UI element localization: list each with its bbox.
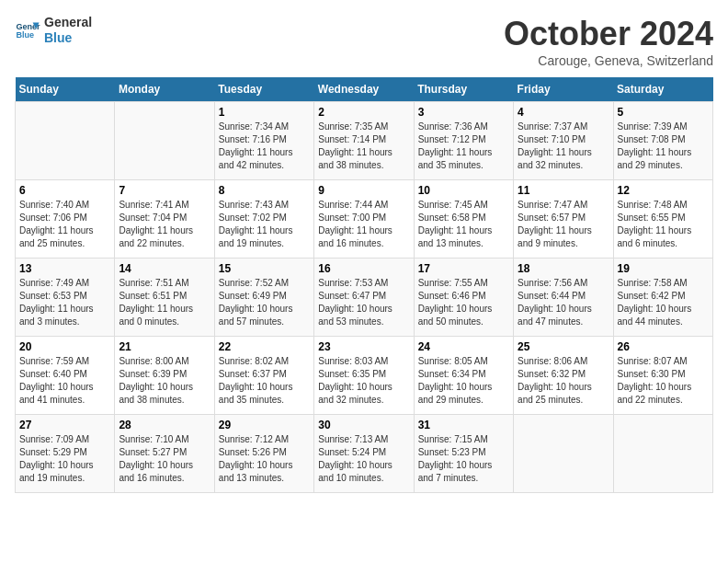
calendar-cell xyxy=(115,102,214,180)
day-info: Sunrise: 7:37 AMSunset: 7:10 PMDaylight:… xyxy=(518,121,609,172)
day-number: 16 xyxy=(318,262,409,275)
day-info: Sunrise: 8:00 AMSunset: 6:39 PMDaylight:… xyxy=(119,355,210,407)
calendar-cell: 12Sunrise: 7:48 AMSunset: 6:55 PMDayligh… xyxy=(613,180,712,259)
day-number: 2 xyxy=(318,106,409,119)
day-info: Sunrise: 7:48 AMSunset: 6:55 PMDaylight:… xyxy=(618,199,709,250)
calendar-cell: 24Sunrise: 8:05 AMSunset: 6:34 PMDayligh… xyxy=(414,337,513,415)
day-number: 10 xyxy=(418,184,509,197)
calendar-cell: 16Sunrise: 7:53 AMSunset: 6:47 PMDayligh… xyxy=(314,259,414,337)
calendar-cell xyxy=(514,415,613,493)
calendar-cell: 30Sunrise: 7:13 AMSunset: 5:24 PMDayligh… xyxy=(314,415,414,493)
day-number: 17 xyxy=(418,262,509,275)
day-info: Sunrise: 7:40 AMSunset: 7:06 PMDaylight:… xyxy=(19,199,110,250)
calendar-cell: 28Sunrise: 7:10 AMSunset: 5:27 PMDayligh… xyxy=(115,415,214,493)
day-number: 3 xyxy=(418,106,509,119)
calendar-cell: 7Sunrise: 7:41 AMSunset: 7:04 PMDaylight… xyxy=(115,180,214,259)
calendar-cell: 5Sunrise: 7:39 AMSunset: 7:08 PMDaylight… xyxy=(613,102,712,180)
day-number: 28 xyxy=(119,419,210,431)
calendar-week-row: 1Sunrise: 7:34 AMSunset: 7:16 PMDaylight… xyxy=(16,102,713,180)
calendar-cell: 29Sunrise: 7:12 AMSunset: 5:26 PMDayligh… xyxy=(214,415,313,493)
day-info: Sunrise: 8:05 AMSunset: 6:34 PMDaylight:… xyxy=(418,355,509,407)
day-number: 1 xyxy=(219,106,310,119)
day-number: 5 xyxy=(618,106,709,119)
day-number: 9 xyxy=(318,184,409,197)
weekday-header: Monday xyxy=(115,77,214,102)
calendar-cell: 17Sunrise: 7:55 AMSunset: 6:46 PMDayligh… xyxy=(414,259,513,337)
day-info: Sunrise: 8:07 AMSunset: 6:30 PMDaylight:… xyxy=(618,355,709,407)
calendar-cell: 27Sunrise: 7:09 AMSunset: 5:29 PMDayligh… xyxy=(16,415,115,493)
day-number: 12 xyxy=(618,184,709,197)
calendar-cell: 22Sunrise: 8:02 AMSunset: 6:37 PMDayligh… xyxy=(214,337,313,415)
logo-icon: General Blue xyxy=(15,17,40,43)
day-info: Sunrise: 7:52 AMSunset: 6:49 PMDaylight:… xyxy=(219,277,310,328)
day-number: 29 xyxy=(219,419,310,431)
calendar-cell: 6Sunrise: 7:40 AMSunset: 7:06 PMDaylight… xyxy=(16,180,115,259)
day-info: Sunrise: 7:45 AMSunset: 6:58 PMDaylight:… xyxy=(418,199,509,250)
month-title: October 2024 xyxy=(504,15,713,53)
calendar-cell: 23Sunrise: 8:03 AMSunset: 6:35 PMDayligh… xyxy=(314,337,414,415)
day-number: 22 xyxy=(219,340,310,353)
logo: General Blue General Blue xyxy=(15,15,92,46)
day-info: Sunrise: 7:49 AMSunset: 6:53 PMDaylight:… xyxy=(19,277,110,328)
day-info: Sunrise: 8:06 AMSunset: 6:32 PMDaylight:… xyxy=(518,355,609,407)
day-info: Sunrise: 8:02 AMSunset: 6:37 PMDaylight:… xyxy=(219,355,310,407)
day-number: 27 xyxy=(19,419,110,431)
calendar-week-row: 6Sunrise: 7:40 AMSunset: 7:06 PMDaylight… xyxy=(16,180,713,259)
day-info: Sunrise: 7:10 AMSunset: 5:27 PMDaylight:… xyxy=(119,433,210,485)
title-block: October 2024 Carouge, Geneva, Switzerlan… xyxy=(504,15,713,68)
calendar-cell: 31Sunrise: 7:15 AMSunset: 5:23 PMDayligh… xyxy=(414,415,513,493)
day-info: Sunrise: 7:09 AMSunset: 5:29 PMDaylight:… xyxy=(19,433,110,485)
weekday-header: Saturday xyxy=(613,77,712,102)
day-number: 23 xyxy=(318,340,409,353)
day-info: Sunrise: 7:36 AMSunset: 7:12 PMDaylight:… xyxy=(418,121,509,172)
day-info: Sunrise: 7:55 AMSunset: 6:46 PMDaylight:… xyxy=(418,277,509,328)
location-subtitle: Carouge, Geneva, Switzerland xyxy=(504,53,713,68)
calendar-cell: 8Sunrise: 7:43 AMSunset: 7:02 PMDaylight… xyxy=(214,180,313,259)
calendar-cell: 20Sunrise: 7:59 AMSunset: 6:40 PMDayligh… xyxy=(16,337,115,415)
day-info: Sunrise: 8:03 AMSunset: 6:35 PMDaylight:… xyxy=(318,355,409,407)
day-number: 31 xyxy=(418,419,509,431)
calendar-cell xyxy=(613,415,712,493)
calendar-table: SundayMondayTuesdayWednesdayThursdayFrid… xyxy=(15,77,713,493)
calendar-cell: 3Sunrise: 7:36 AMSunset: 7:12 PMDaylight… xyxy=(414,102,513,180)
calendar-cell: 19Sunrise: 7:58 AMSunset: 6:42 PMDayligh… xyxy=(613,259,712,337)
svg-text:Blue: Blue xyxy=(16,30,34,40)
weekday-header: Tuesday xyxy=(214,77,313,102)
day-number: 8 xyxy=(219,184,310,197)
day-info: Sunrise: 7:58 AMSunset: 6:42 PMDaylight:… xyxy=(618,277,709,328)
calendar-week-row: 27Sunrise: 7:09 AMSunset: 5:29 PMDayligh… xyxy=(16,415,713,493)
day-info: Sunrise: 7:39 AMSunset: 7:08 PMDaylight:… xyxy=(618,121,709,172)
calendar-cell: 13Sunrise: 7:49 AMSunset: 6:53 PMDayligh… xyxy=(16,259,115,337)
calendar-cell: 25Sunrise: 8:06 AMSunset: 6:32 PMDayligh… xyxy=(514,337,613,415)
day-number: 21 xyxy=(119,340,210,353)
day-info: Sunrise: 7:59 AMSunset: 6:40 PMDaylight:… xyxy=(19,355,110,407)
day-info: Sunrise: 7:41 AMSunset: 7:04 PMDaylight:… xyxy=(119,199,210,250)
logo-line1: General xyxy=(44,15,92,30)
day-number: 11 xyxy=(518,184,609,197)
calendar-week-row: 20Sunrise: 7:59 AMSunset: 6:40 PMDayligh… xyxy=(16,337,713,415)
calendar-week-row: 13Sunrise: 7:49 AMSunset: 6:53 PMDayligh… xyxy=(16,259,713,337)
day-info: Sunrise: 7:12 AMSunset: 5:26 PMDaylight:… xyxy=(219,433,310,485)
logo-line2: Blue xyxy=(44,30,92,46)
day-info: Sunrise: 7:47 AMSunset: 6:57 PMDaylight:… xyxy=(518,199,609,250)
day-number: 19 xyxy=(618,262,709,275)
calendar-cell: 15Sunrise: 7:52 AMSunset: 6:49 PMDayligh… xyxy=(214,259,313,337)
weekday-header: Sunday xyxy=(16,77,115,102)
day-info: Sunrise: 7:53 AMSunset: 6:47 PMDaylight:… xyxy=(318,277,409,328)
day-info: Sunrise: 7:15 AMSunset: 5:23 PMDaylight:… xyxy=(418,433,509,485)
day-number: 4 xyxy=(518,106,609,119)
day-number: 26 xyxy=(618,340,709,353)
day-number: 24 xyxy=(418,340,509,353)
day-number: 30 xyxy=(318,419,409,431)
calendar-cell: 4Sunrise: 7:37 AMSunset: 7:10 PMDaylight… xyxy=(514,102,613,180)
day-number: 18 xyxy=(518,262,609,275)
calendar-cell: 14Sunrise: 7:51 AMSunset: 6:51 PMDayligh… xyxy=(115,259,214,337)
page-header: General Blue General Blue October 2024 C… xyxy=(15,15,713,68)
calendar-cell: 21Sunrise: 8:00 AMSunset: 6:39 PMDayligh… xyxy=(115,337,214,415)
day-info: Sunrise: 7:51 AMSunset: 6:51 PMDaylight:… xyxy=(119,277,210,328)
calendar-cell: 2Sunrise: 7:35 AMSunset: 7:14 PMDaylight… xyxy=(314,102,414,180)
day-number: 13 xyxy=(19,262,110,275)
weekday-header: Friday xyxy=(514,77,613,102)
day-info: Sunrise: 7:44 AMSunset: 7:00 PMDaylight:… xyxy=(318,199,409,250)
day-number: 14 xyxy=(119,262,210,275)
